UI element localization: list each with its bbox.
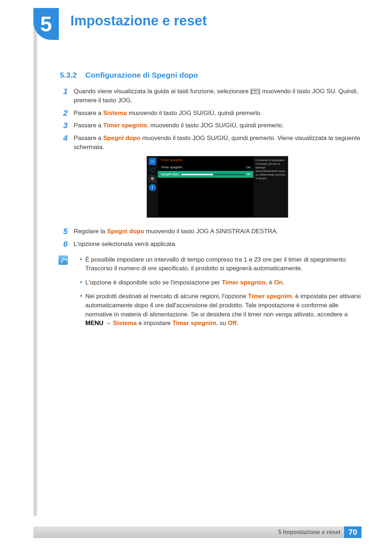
step-number: 6 [60, 240, 71, 249]
osd-row-spegni-dopo: Spegni dopo 4h [158, 171, 253, 178]
osd-mockup: ▭ ◯ ⚙ i Timer spegnim. Timer spegnim. On [147, 156, 288, 218]
steps-list: 1 Quando viene visualizzata la guida ai … [60, 87, 361, 249]
osd-header: Timer spegnim. [158, 156, 253, 164]
monitor-icon: ▭ [149, 158, 156, 165]
info-icon: i [149, 184, 156, 191]
step-body: Passare a Spegni dopo muovendo il tasto … [74, 134, 361, 223]
step-body: Regolare la Spegni dopo muovendo il tast… [74, 227, 361, 236]
side-accent-bar [33, 8, 37, 516]
step-body: Passare a Timer spegnim. muovendo il tas… [74, 121, 361, 130]
subsection-title: Configurazione di Spegni dopo [85, 71, 198, 79]
subsection-number: 5.3.2 [60, 71, 77, 79]
emph-menu: MENU [85, 320, 103, 327]
emph-timer: Timer spegnim. [172, 320, 218, 327]
emph-timer: Timer spegnim. [248, 293, 293, 300]
osd-row-label: Timer spegnim. [161, 165, 183, 170]
note-block: È possibile impostare un intervallo di t… [60, 255, 361, 333]
emph-off: Off [228, 320, 237, 327]
subsection-heading: 5.3.2 Configurazione di Spegni dopo [60, 70, 361, 81]
chapter-tab: 5 [33, 8, 59, 40]
chapter-title: Impostazione e reset [70, 13, 207, 29]
note-item: L'opzione è disponibile solo se l'impost… [80, 278, 361, 287]
step-number: 4 [60, 134, 71, 223]
footer-page-number: 70 [344, 526, 362, 538]
emph-on: On [274, 279, 283, 286]
emph-timer: Timer spegnim. [222, 279, 267, 286]
step-body: L'opzione selezionata verrà applicata. [74, 240, 361, 249]
gear-icon: ⚙ [149, 175, 156, 182]
emph-spegni-dopo: Spegni dopo [103, 135, 140, 141]
note-icon [58, 255, 68, 265]
chapter-number: 5 [40, 13, 52, 34]
emph-sistema: Sistema [103, 110, 127, 116]
emph-spegni-dopo: Spegni dopo [107, 228, 144, 235]
step-body: Passare a Sistema muovendo il tasto JOG … [74, 109, 361, 118]
osd-main: Timer spegnim. Timer spegnim. On Spegni … [158, 156, 253, 217]
note-item: Nei prodotti destinati al mercato di alc… [80, 292, 361, 328]
footer-label: 5 Impostazione e reset [278, 529, 340, 535]
step-number: 5 [60, 227, 71, 236]
osd-description: Consente di impostare il monitor perché … [253, 156, 288, 217]
step-number: 1 [60, 87, 71, 105]
footer-bar: 5 Impostazione e reset 70 [33, 526, 362, 538]
note-list: È possibile impostare un intervallo di t… [80, 255, 361, 333]
step-number: 2 [60, 109, 71, 118]
osd-row-value: 4h [247, 172, 250, 177]
osd-sidebar: ▭ ◯ ⚙ i [147, 156, 158, 217]
page-content: 5.3.2 Configurazione di Spegni dopo 1 Qu… [60, 70, 361, 333]
osd-row-label: Spegni dopo [161, 172, 179, 177]
osd-slider [181, 174, 245, 175]
emph-sistema: Sistema [113, 320, 137, 327]
step-number: 3 [60, 121, 71, 130]
note-item: È possibile impostare un intervallo di t… [80, 255, 361, 273]
osd-row-timer: Timer spegnim. On [158, 164, 253, 171]
emph-timer: Timer spegnim. [103, 122, 148, 129]
step-body: Quando viene visualizzata la guida ai ta… [74, 87, 361, 105]
osd-row-value: On [246, 165, 250, 170]
menu-icon [252, 89, 258, 94]
aim-icon: ◯ [149, 167, 156, 174]
